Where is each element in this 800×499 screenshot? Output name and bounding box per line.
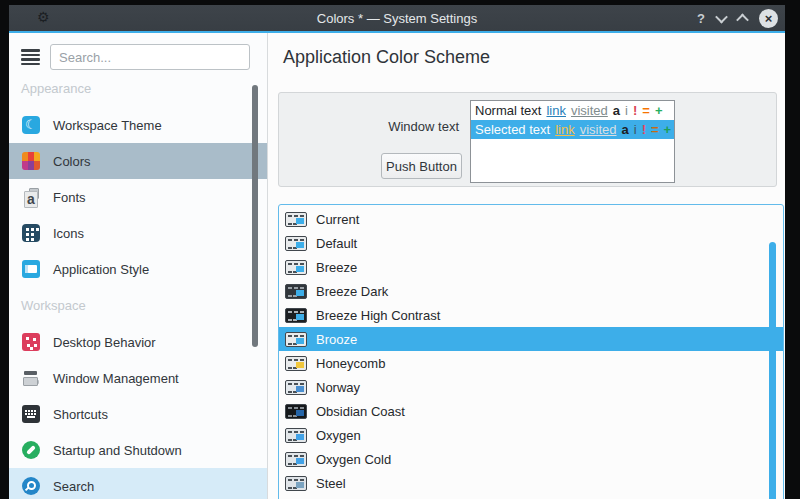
- sidebar-item-label: Workspace Theme: [53, 118, 162, 133]
- scheme-name: Honeycomb: [316, 356, 385, 371]
- selected-text-sample: Selected text: [475, 122, 550, 137]
- titlebar[interactable]: ⚙ Colors * — System Settings ? ×: [9, 5, 785, 33]
- normal-text-sample: Normal text: [475, 103, 541, 118]
- scheme-row-breeze-high-contrast[interactable]: Breeze High Contrast: [279, 303, 783, 327]
- sidebar-item-label: Icons: [53, 226, 84, 241]
- scheme-thumbnail-icon: [285, 404, 307, 419]
- positive-text-sample: +: [655, 103, 663, 118]
- selected-text-row: Selected text link visited a i ! = +: [471, 120, 674, 139]
- sidebar-item-label: Application Style: [53, 262, 149, 277]
- close-button[interactable]: ×: [759, 9, 778, 28]
- active-text-sample: a: [613, 103, 620, 118]
- scheme-row-honeycomb[interactable]: Honeycomb: [279, 351, 783, 375]
- push-button-preview[interactable]: Push Button: [381, 153, 462, 179]
- selected-inactive-text-sample: i: [634, 122, 637, 137]
- sidebar-item-label: Shortcuts: [53, 407, 108, 422]
- selected-link-sample: link: [555, 122, 575, 137]
- scheme-name: Oxygen: [316, 428, 361, 443]
- scheme-name: Brooze: [316, 332, 357, 347]
- scheme-name: Current: [316, 212, 359, 227]
- sidebar-item-colors[interactable]: Colors: [9, 143, 267, 179]
- sidebar-section-header-workspace: Workspace: [9, 293, 267, 319]
- menu-hamburger-icon[interactable]: [21, 49, 40, 65]
- sidebar-section-header-appearance: Appearance: [9, 76, 267, 102]
- scheme-list[interactable]: Current Default Breeze Breeze Dark Breez…: [278, 204, 784, 499]
- scheme-name: Breeze Dark: [316, 284, 388, 299]
- scheme-thumbnail-icon: [285, 428, 307, 443]
- inactive-text-sample: i: [625, 103, 628, 118]
- sidebar-item-label: Window Management: [53, 371, 179, 386]
- scheme-thumbnail-icon: [285, 356, 307, 371]
- window-body: Appearance Workspace Theme Colors Fonts …: [9, 33, 785, 499]
- main-panel: Application Color Scheme Window text Nor…: [268, 33, 785, 499]
- visited-link-sample: visited: [571, 103, 608, 118]
- scheme-thumbnail-icon: [285, 260, 307, 275]
- scheme-name: Obsidian Coast: [316, 404, 405, 419]
- desktop-behavior-icon: [22, 333, 40, 351]
- sidebar-item-startup-and-shutdown[interactable]: Startup and Shutdown: [9, 432, 267, 468]
- neutral-text-sample: =: [642, 103, 650, 118]
- scheme-row-current[interactable]: Current: [279, 207, 783, 231]
- scheme-thumbnail-icon: [285, 452, 307, 467]
- selected-neutral-text-sample: =: [651, 122, 659, 137]
- sidebar-item-fonts[interactable]: Fonts: [9, 179, 267, 215]
- scheme-row-default[interactable]: Default: [279, 231, 783, 255]
- selected-positive-text-sample: +: [664, 122, 672, 137]
- scheme-row-steel[interactable]: Steel: [279, 471, 783, 495]
- link-sample: link: [546, 103, 566, 118]
- sidebar-nav: Appearance Workspace Theme Colors Fonts …: [9, 76, 267, 499]
- minimize-button[interactable]: [715, 10, 728, 23]
- scheme-row-brooze[interactable]: Brooze: [279, 327, 783, 351]
- window-controls: ? ×: [697, 5, 778, 31]
- scheme-row-breeze-dark[interactable]: Breeze Dark: [279, 279, 783, 303]
- sidebar-item-desktop-behavior[interactable]: Desktop Behavior: [9, 324, 267, 360]
- sidebar-item-window-management[interactable]: Window Management: [9, 360, 267, 396]
- scheme-name: Default: [316, 236, 357, 251]
- scheme-name: Breeze High Contrast: [316, 308, 440, 323]
- scheme-list-scrollbar[interactable]: [769, 242, 776, 499]
- search-module-icon: [22, 477, 40, 495]
- selected-visited-link-sample: visited: [580, 122, 617, 137]
- sidebar-scrollbar[interactable]: [252, 85, 258, 347]
- workspace-theme-icon: [22, 116, 40, 134]
- scheme-thumbnail-icon: [285, 212, 307, 227]
- scheme-thumbnail-icon: [285, 236, 307, 251]
- sidebar-item-label: Search: [53, 479, 94, 494]
- color-preview-frame: Window text Normal text link visited a i…: [278, 92, 777, 187]
- sidebar-item-label: Desktop Behavior: [53, 335, 156, 350]
- scheme-row-obsidian-coast[interactable]: Obsidian Coast: [279, 399, 783, 423]
- page-title: Application Color Scheme: [283, 47, 490, 68]
- scheme-row-norway[interactable]: Norway: [279, 375, 783, 399]
- search-input[interactable]: [50, 44, 250, 70]
- sidebar-item-label: Startup and Shutdown: [53, 443, 182, 458]
- system-settings-app-icon[interactable]: ⚙: [37, 10, 50, 24]
- sidebar-item-shortcuts[interactable]: Shortcuts: [9, 396, 267, 432]
- selected-active-text-sample: a: [622, 122, 629, 137]
- scheme-name: Oxygen Cold: [316, 452, 391, 467]
- scheme-thumbnail-icon: [285, 476, 307, 491]
- text-preview-box: Normal text link visited a i ! = + Selec…: [470, 100, 675, 183]
- window-text-label: Window text: [279, 119, 459, 134]
- scheme-row-oxygen[interactable]: Oxygen: [279, 423, 783, 447]
- sidebar-item-search[interactable]: Search: [9, 468, 267, 499]
- sidebar-item-label: Colors: [53, 154, 91, 169]
- sidebar-item-workspace-theme[interactable]: Workspace Theme: [9, 107, 267, 143]
- application-style-icon: [22, 260, 40, 278]
- scheme-row-oxygen-cold[interactable]: Oxygen Cold: [279, 447, 783, 471]
- colors-icon: [22, 152, 40, 170]
- scheme-thumbnail-icon: [285, 380, 307, 395]
- window-title: Colors * — System Settings: [9, 11, 785, 26]
- scheme-row-breeze[interactable]: Breeze: [279, 255, 783, 279]
- help-button[interactable]: ?: [697, 11, 705, 26]
- scheme-thumbnail-icon: [285, 308, 307, 323]
- system-settings-window: ⚙ Colors * — System Settings ? × Appeara…: [9, 5, 785, 499]
- selected-negative-text-sample: !: [642, 122, 646, 137]
- sidebar-item-icons[interactable]: Icons: [9, 215, 267, 251]
- scheme-name: Breeze: [316, 260, 357, 275]
- desktop-background: ⚙ Colors * — System Settings ? × Appeara…: [0, 0, 800, 499]
- sidebar-item-application-style[interactable]: Application Style: [9, 251, 267, 287]
- maximize-button[interactable]: [736, 13, 749, 26]
- normal-text-row: Normal text link visited a i ! = +: [471, 101, 674, 120]
- startup-shutdown-icon: [22, 441, 40, 459]
- sidebar: Appearance Workspace Theme Colors Fonts …: [9, 33, 268, 499]
